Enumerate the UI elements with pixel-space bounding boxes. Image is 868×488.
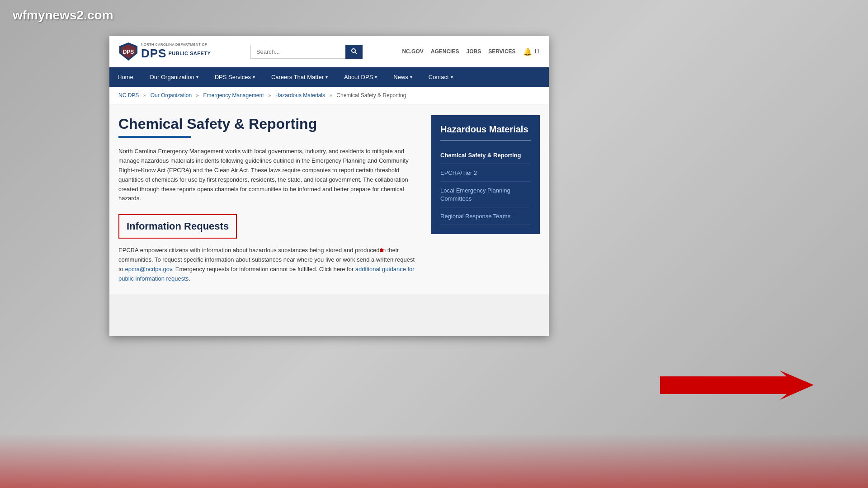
svg-line-4 <box>355 52 357 54</box>
dps-shield-icon: DPS <box>118 42 138 61</box>
nc-gov-link[interactable]: NC.GOV <box>402 48 423 55</box>
breadcrumb-sep-2: » <box>196 92 199 99</box>
about-caret-icon: ▾ <box>375 75 377 80</box>
agencies-link[interactable]: AGENCIES <box>431 48 459 55</box>
dps-letters: DPS <box>141 47 166 61</box>
breadcrumb-sep-1: » <box>143 92 146 99</box>
notification-area[interactable]: 🔔 11 <box>523 47 540 56</box>
nav-news-label: News <box>393 74 408 80</box>
sidebar-link-chemical-safety[interactable]: Chemical Safety & Reporting <box>440 152 521 159</box>
epcra-email-link[interactable]: epcra@ncdps.gov <box>125 266 172 272</box>
nav-dps-services-label: DPS Services <box>215 74 251 80</box>
notification-count: 11 <box>534 48 540 55</box>
nav-item-home[interactable]: Home <box>109 67 142 87</box>
red-dot <box>380 249 383 252</box>
search-input[interactable] <box>250 45 345 59</box>
svg-text:DPS: DPS <box>123 49 134 55</box>
sidebar: Hazardous Materials Chemical Safety & Re… <box>431 115 540 283</box>
nav-item-news[interactable]: News ▾ <box>385 67 420 87</box>
dps-services-caret-icon: ▾ <box>253 75 255 80</box>
sidebar-item-chemical-safety[interactable]: Chemical Safety & Reporting <box>440 146 531 164</box>
nav-item-our-organization[interactable]: Our Organization ▾ <box>142 67 207 87</box>
breadcrumb: NC DPS » Our Organization » Emergency Ma… <box>109 87 549 104</box>
nav-item-contact[interactable]: Contact ▾ <box>420 67 461 87</box>
services-link[interactable]: SERVICES <box>488 48 515 55</box>
breadcrumb-hazardous-materials[interactable]: Hazardous Materials <box>275 92 325 99</box>
careers-caret-icon: ▾ <box>326 75 328 80</box>
browser-window: DPS NORTH CAROLINA DEPARTMENT OF DPS PUB… <box>109 36 549 336</box>
breadcrumb-current: Chemical Safety & Reporting <box>336 92 406 99</box>
search-icon <box>351 48 357 54</box>
contact-caret-icon: ▾ <box>451 75 453 80</box>
top-bar: DPS NORTH CAROLINA DEPARTMENT OF DPS PUB… <box>109 36 549 67</box>
breadcrumb-nc-dps[interactable]: NC DPS <box>118 92 139 99</box>
sidebar-link-lepc[interactable]: Local Emergency Planning Committees <box>440 187 510 202</box>
bottom-red-gradient <box>0 434 868 488</box>
nav-home-label: Home <box>118 74 133 80</box>
information-requests-box: Information Requests <box>118 214 237 239</box>
nc-dept-label: NORTH CAROLINA DEPARTMENT OF <box>141 42 211 47</box>
sidebar-link-regional-response[interactable]: Regional Response Teams <box>440 213 510 220</box>
watermark: wfmynews2.com <box>13 8 113 23</box>
content-left: Chemical Safety & Reporting North Caroli… <box>118 115 431 283</box>
jobs-link[interactable]: JOBS <box>466 48 481 55</box>
red-arrow-overlay <box>660 371 814 400</box>
sidebar-item-epcra[interactable]: EPCRA/Tier 2 <box>440 164 531 182</box>
breadcrumb-sep-4: » <box>329 92 332 99</box>
breadcrumb-sep-3: » <box>268 92 271 99</box>
nav-item-about-dps[interactable]: About DPS ▾ <box>336 67 385 87</box>
title-underline <box>118 136 191 138</box>
info-text-2: . Emergency requests for information can… <box>172 266 355 272</box>
search-area <box>250 45 363 59</box>
nav-our-org-label: Our Organization <box>150 74 194 80</box>
nav-careers-label: Careers That Matter <box>271 74 324 80</box>
nav-about-label: About DPS <box>344 74 373 80</box>
breadcrumb-our-org[interactable]: Our Organization <box>151 92 192 99</box>
bell-icon: 🔔 <box>523 47 532 56</box>
logo-text-block: NORTH CAROLINA DEPARTMENT OF DPS PUBLIC … <box>141 42 211 61</box>
nav-item-careers[interactable]: Careers That Matter ▾ <box>263 67 336 87</box>
svg-point-3 <box>352 49 355 52</box>
dps-main-logo: DPS PUBLIC SAFETY <box>141 47 211 61</box>
search-button[interactable] <box>345 45 363 59</box>
sidebar-box: Hazardous Materials Chemical Safety & Re… <box>431 115 540 234</box>
sidebar-title: Hazardous Materials <box>440 124 531 141</box>
sidebar-link-epcra[interactable]: EPCRA/Tier 2 <box>440 169 477 176</box>
sidebar-item-lepc[interactable]: Local Emergency Planning Committees <box>440 182 531 207</box>
public-safety-text: PUBLIC SAFETY <box>168 51 211 56</box>
body-text: North Carolina Emergency Management work… <box>118 147 420 203</box>
page-title: Chemical Safety & Reporting <box>118 115 420 132</box>
sidebar-item-regional-response[interactable]: Regional Response Teams <box>440 207 531 225</box>
main-content: Chemical Safety & Reporting North Caroli… <box>109 104 549 294</box>
red-arrow-svg <box>660 371 814 400</box>
svg-marker-5 <box>660 371 814 400</box>
nav-item-dps-services[interactable]: DPS Services ▾ <box>207 67 263 87</box>
info-text-3: . <box>189 275 190 282</box>
nav-bar: Home Our Organization ▾ DPS Services ▾ C… <box>109 67 549 87</box>
info-requests-title: Information Requests <box>127 221 229 232</box>
news-caret-icon: ▾ <box>410 75 412 80</box>
info-text-paragraph: EPCRA empowers citizens with information… <box>118 246 420 283</box>
nav-contact-label: Contact <box>429 74 449 80</box>
our-org-caret-icon: ▾ <box>196 75 198 80</box>
top-links-area: NC.GOV AGENCIES JOBS SERVICES 🔔 11 <box>402 47 540 56</box>
breadcrumb-emergency-mgmt[interactable]: Emergency Management <box>203 92 264 99</box>
logo-area: DPS NORTH CAROLINA DEPARTMENT OF DPS PUB… <box>118 42 211 61</box>
